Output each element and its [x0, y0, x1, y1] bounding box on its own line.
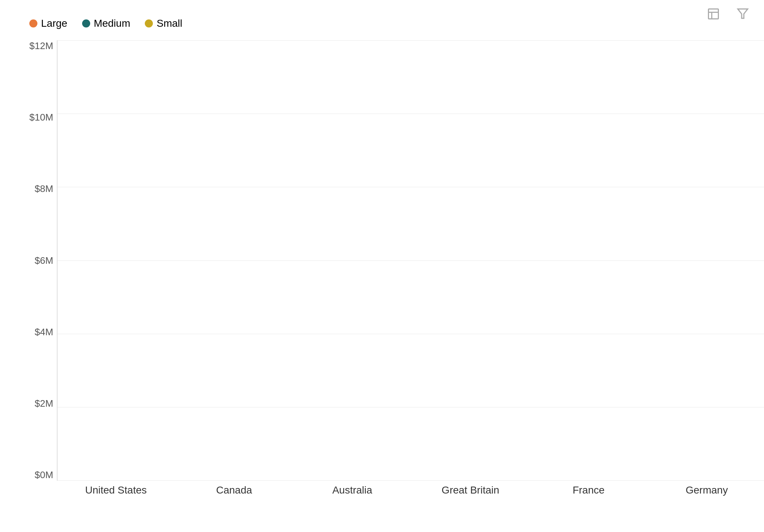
- y-label: $12M: [29, 40, 53, 52]
- legend-label-large: Large: [41, 18, 67, 29]
- y-label: $4M: [34, 326, 53, 338]
- x-label-australia: Australia: [293, 481, 411, 503]
- legend-dot-small: [145, 19, 153, 27]
- grid-line: [58, 480, 764, 481]
- y-label: $2M: [34, 398, 53, 409]
- x-label-france: France: [529, 481, 647, 503]
- chart-container: LargeMediumSmall $0M$2M$4M$6M$8M$10M$12M…: [0, 0, 764, 532]
- legend-item-large: Large: [29, 18, 67, 29]
- grid-line: [58, 114, 764, 114]
- legend-label-medium: Medium: [94, 18, 131, 29]
- legend-label-small: Small: [157, 18, 182, 29]
- svg-rect-1: [709, 9, 719, 19]
- grid-lines: [58, 40, 764, 481]
- legend-item-small: Small: [145, 18, 182, 29]
- bars-and-xaxis: United StatesCanadaAustraliaGreat Britai…: [57, 40, 764, 503]
- grid-line: [58, 40, 764, 41]
- x-label-great-britain: Great Britain: [411, 481, 529, 503]
- chart-area: $0M$2M$4M$6M$8M$10M$12M United StatesCan…: [29, 40, 742, 503]
- x-axis: United StatesCanadaAustraliaGreat Britai…: [57, 481, 764, 503]
- grid-line: [58, 407, 764, 407]
- y-label: $0M: [34, 469, 53, 481]
- legend-item-medium: Medium: [82, 18, 131, 29]
- x-label-canada: Canada: [175, 481, 293, 503]
- grid-line: [58, 187, 764, 187]
- x-label-united-states: United States: [57, 481, 175, 503]
- y-label: $8M: [34, 183, 53, 195]
- bars-wrapper: [57, 40, 764, 481]
- grid-line: [58, 334, 764, 334]
- y-label: $10M: [29, 112, 53, 123]
- legend-dot-large: [29, 19, 37, 27]
- svg-marker-0: [738, 9, 748, 19]
- filter-icon[interactable]: [736, 7, 749, 24]
- grid-line: [58, 261, 764, 261]
- expand-icon[interactable]: [707, 7, 720, 24]
- y-axis: $0M$2M$4M$6M$8M$10M$12M: [29, 40, 57, 503]
- legend-dot-medium: [82, 19, 90, 27]
- y-label: $6M: [34, 255, 53, 266]
- chart-legend: LargeMediumSmall: [29, 18, 742, 29]
- x-label-germany: Germany: [648, 481, 764, 503]
